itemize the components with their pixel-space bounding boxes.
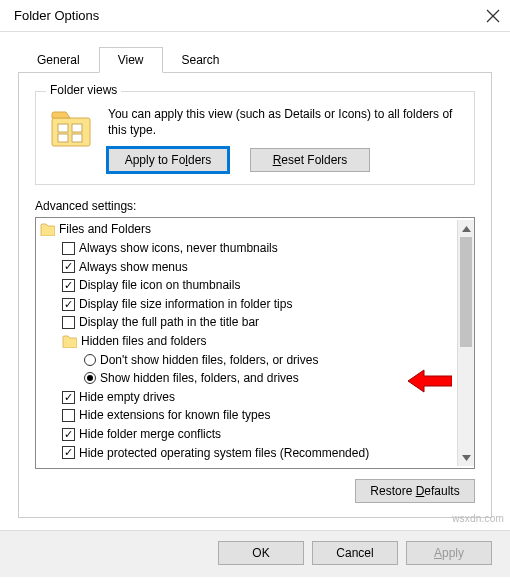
restore-defaults-button[interactable]: Restore Defaults [355, 479, 475, 503]
tab-general[interactable]: General [18, 47, 99, 73]
scroll-down-icon[interactable] [458, 449, 474, 466]
option-display-full-path-titlebar[interactable]: Display the full path in the title bar [40, 313, 457, 332]
checkbox-icon[interactable]: ✓ [62, 428, 75, 441]
checkbox-icon[interactable]: ✓ [62, 391, 75, 404]
option-always-show-menus[interactable]: ✓ Always show menus [40, 258, 457, 277]
tree-label: Hidden files and folders [81, 332, 206, 351]
option-show-hidden[interactable]: Show hidden files, folders, and drives [40, 369, 457, 388]
scroll-thumb[interactable] [460, 237, 472, 347]
svg-rect-6 [72, 134, 82, 142]
cancel-button[interactable]: Cancel [312, 541, 398, 565]
svg-marker-8 [462, 226, 471, 232]
checkbox-icon[interactable] [62, 242, 75, 255]
option-always-show-icons[interactable]: Always show icons, never thumbnails [40, 239, 457, 258]
tree-folder-files-and-folders: Files and Folders [40, 220, 457, 239]
option-display-file-icon-thumbnails[interactable]: ✓ Display file icon on thumbnails [40, 276, 457, 295]
tree-label: Display the full path in the title bar [79, 313, 259, 332]
tab-view[interactable]: View [99, 47, 163, 73]
option-hide-extensions[interactable]: Hide extensions for known file types [40, 406, 457, 425]
tab-search[interactable]: Search [163, 47, 239, 73]
svg-rect-4 [72, 124, 82, 132]
tree-label: Hide extensions for known file types [79, 406, 270, 425]
reset-folders-button[interactable]: Reset Folders [250, 148, 370, 172]
watermark-text: wsxdn.com [452, 513, 504, 524]
tree-label: Always show icons, never thumbnails [79, 239, 278, 258]
radio-icon[interactable] [84, 354, 96, 366]
folder-icon [40, 223, 55, 236]
tree-label: Display file icon on thumbnails [79, 276, 240, 295]
tree-label: Files and Folders [59, 220, 151, 239]
scrollbar[interactable] [457, 220, 474, 466]
apply-button[interactable]: Apply [406, 541, 492, 565]
checkbox-icon[interactable] [62, 409, 75, 422]
titlebar: Folder Options [0, 0, 510, 32]
view-tab-panel: Folder views You can apply this view (su… [18, 73, 492, 518]
scroll-up-icon[interactable] [458, 220, 474, 237]
close-icon[interactable] [486, 9, 500, 23]
folder-views-group: Folder views You can apply this view (su… [35, 91, 475, 185]
advanced-settings-tree: Files and Folders Always show icons, nev… [35, 217, 475, 469]
dialog-buttons: OK Cancel Apply [0, 530, 510, 577]
folder-icon [62, 335, 77, 348]
option-display-file-size-tips[interactable]: ✓ Display file size information in folde… [40, 295, 457, 314]
advanced-settings-label: Advanced settings: [35, 199, 475, 213]
svg-rect-5 [58, 134, 68, 142]
apply-to-folders-button[interactable]: Apply to Folders [108, 148, 228, 172]
option-hide-merge-conflicts[interactable]: ✓ Hide folder merge conflicts [40, 425, 457, 444]
tree-label: Display file size information in folder … [79, 295, 292, 314]
tab-strip: General View Search [18, 46, 492, 73]
folder-views-description: You can apply this view (such as Details… [108, 106, 462, 138]
checkbox-icon[interactable]: ✓ [62, 260, 75, 273]
tree-label: Hide folder merge conflicts [79, 425, 221, 444]
scroll-track[interactable] [458, 237, 474, 449]
option-dont-show-hidden[interactable]: Don't show hidden files, folders, or dri… [40, 351, 457, 370]
tree-label: Don't show hidden files, folders, or dri… [100, 351, 318, 370]
svg-rect-3 [58, 124, 68, 132]
checkbox-icon[interactable]: ✓ [62, 279, 75, 292]
tree-label: Hide protected operating system files (R… [79, 444, 369, 463]
checkbox-icon[interactable]: ✓ [62, 446, 75, 459]
option-hide-protected-os-files[interactable]: ✓ Hide protected operating system files … [40, 444, 457, 463]
checkbox-icon[interactable] [62, 316, 75, 329]
radio-icon[interactable] [84, 372, 96, 384]
folder-views-group-title: Folder views [46, 83, 121, 97]
option-hide-empty-drives[interactable]: ✓ Hide empty drives [40, 388, 457, 407]
tree-folder-hidden-files: Hidden files and folders [40, 332, 457, 351]
svg-marker-9 [462, 455, 471, 461]
tree-label: Always show menus [79, 258, 188, 277]
tree-label: Show hidden files, folders, and drives [100, 369, 299, 388]
window-title: Folder Options [14, 8, 99, 23]
folder-icon [48, 106, 94, 152]
ok-button[interactable]: OK [218, 541, 304, 565]
checkbox-icon[interactable]: ✓ [62, 298, 75, 311]
tree-label: Hide empty drives [79, 388, 175, 407]
